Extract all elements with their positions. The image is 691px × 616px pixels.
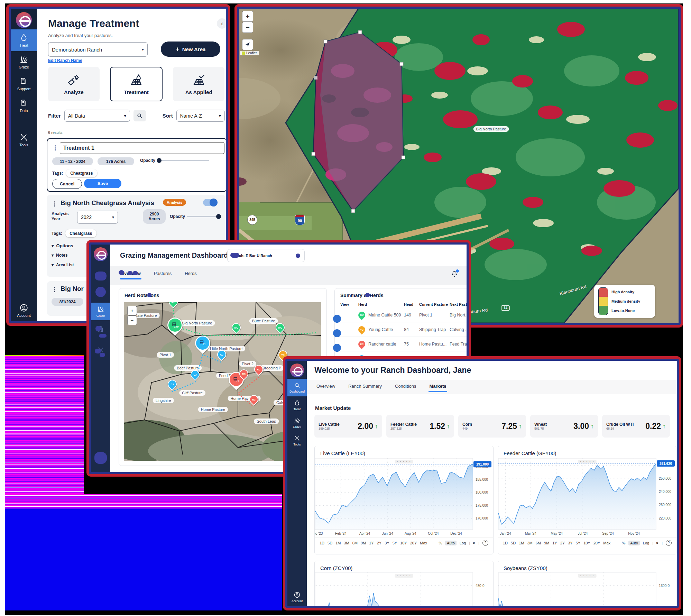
range-button-3m[interactable]: 3M: [527, 541, 532, 545]
chart-drag-handle[interactable]: • • • • •: [578, 574, 597, 578]
market-card-live-cattle[interactable]: Live Cattle189.0252.00↑: [314, 415, 382, 438]
treatment-name-input[interactable]: [60, 142, 224, 154]
options-collapse[interactable]: ▾Options: [52, 243, 73, 248]
opacity-slider[interactable]: Opacity: [170, 214, 220, 219]
edit-ranch-name-link[interactable]: Edit Ranch Name: [48, 58, 82, 63]
range-button-1m[interactable]: 1M: [335, 541, 341, 545]
range-button-3m[interactable]: 3M: [344, 541, 349, 545]
opacity-slider[interactable]: Opacity: [140, 158, 209, 163]
tab-pastures[interactable]: Pastures: [153, 268, 172, 279]
tab-conditions[interactable]: Conditions: [394, 381, 417, 392]
log-scale-button[interactable]: Log: [460, 541, 466, 545]
market-card-crude-oil-wti[interactable]: Crude Oil WTI68.590.22↑: [602, 415, 670, 438]
sidebar-item-graze[interactable]: Graze: [91, 303, 110, 320]
kebab-menu-icon[interactable]: ⋮: [52, 144, 58, 151]
obscured-sidebar-item[interactable]: [95, 325, 107, 340]
range-button-5y[interactable]: 5Y: [393, 541, 397, 545]
ranch-pill[interactable]: Ranch: E Bar U Ranch: [227, 249, 305, 262]
price-chart[interactable]: 170.000175.000180.000185.000190.000Dec '…: [315, 458, 493, 537]
brand-logo[interactable]: [94, 247, 108, 261]
collapse-panel-button[interactable]: ‹: [217, 18, 227, 29]
market-card-corn[interactable]: Corn4497.25↑: [458, 415, 526, 438]
range-button-1d[interactable]: 1D: [503, 541, 508, 545]
auto-scale-button[interactable]: Auto: [445, 541, 457, 545]
layer-toggle[interactable]: [203, 199, 217, 206]
range-button-1y[interactable]: 1Y: [552, 541, 557, 545]
sidebar-item-account[interactable]: Account: [287, 588, 307, 606]
range-button-5d[interactable]: 5D: [328, 541, 332, 545]
sidebar-item-data[interactable]: Data: [11, 95, 37, 117]
range-button-2y[interactable]: 2Y: [377, 541, 381, 545]
range-button-3y[interactable]: 3Y: [568, 541, 572, 545]
sidebar-item-tools[interactable]: Tools: [11, 129, 37, 151]
sort-select[interactable]: Name A-Z▾: [176, 110, 225, 122]
range-button-10y[interactable]: 10Y: [583, 541, 590, 545]
herd-name[interactable]: Young Cattle: [368, 327, 393, 332]
new-area-button[interactable]: +New Area: [161, 42, 220, 57]
obscured-sidebar-icon[interactable]: [95, 272, 107, 281]
range-button-6m[interactable]: 6M: [536, 541, 541, 545]
brand-logo[interactable]: [290, 364, 304, 377]
herd-map-zoom-out[interactable]: −: [127, 315, 137, 325]
percent-button[interactable]: %: [622, 541, 625, 545]
tab-markets[interactable]: Markets: [429, 381, 447, 392]
herd-name[interactable]: Maine Cattle 509: [368, 313, 401, 318]
mode-as-applied[interactable]: As Applied: [173, 67, 224, 101]
cancel-button[interactable]: Cancel: [52, 179, 82, 189]
map-locate-button[interactable]: [242, 39, 253, 50]
range-button-10y[interactable]: 10Y: [400, 541, 407, 545]
analysis-year-select[interactable]: 2022▾: [77, 211, 118, 224]
slider-thumb[interactable]: [157, 158, 162, 163]
leaflet-attribution[interactable]: Leaflet: [240, 51, 259, 55]
sidebar-item-dashboard[interactable]: Dashboard: [287, 379, 307, 396]
obscured-sidebar-icon[interactable]: [95, 287, 106, 297]
save-button[interactable]: Save: [84, 179, 121, 188]
range-button-max[interactable]: Max: [603, 541, 610, 545]
expand-icon[interactable]: »: [472, 542, 476, 544]
mode-analyze[interactable]: Analyze: [48, 67, 100, 101]
price-chart[interactable]: 220.000230.000240.000250.000260.000Jan '…: [498, 458, 676, 537]
range-button-5d[interactable]: 5D: [511, 541, 516, 545]
range-button-1y[interactable]: 1Y: [369, 541, 374, 545]
notes-collapse[interactable]: ▾Notes: [52, 253, 67, 258]
price-chart[interactable]: 1300-0: [498, 572, 676, 608]
market-card-wheat[interactable]: Wheat561.753.00↑: [530, 415, 598, 438]
expand-icon[interactable]: »: [655, 542, 660, 544]
ranch-select[interactable]: Demonstration Ranch▾: [48, 42, 148, 57]
range-button-3y[interactable]: 3Y: [385, 541, 389, 545]
range-button-1m[interactable]: 1M: [519, 541, 524, 545]
range-button-5y[interactable]: 5Y: [576, 541, 580, 545]
mode-treatment[interactable]: Treatment: [110, 67, 163, 101]
map-zoom-in-button[interactable]: +: [242, 11, 253, 22]
sidebar-item-account[interactable]: Account: [11, 300, 37, 321]
herd-name[interactable]: Rancher cattle: [368, 342, 396, 347]
help-icon[interactable]: ?: [482, 540, 488, 546]
range-button-1d[interactable]: 1D: [320, 541, 324, 545]
log-scale-button[interactable]: Log: [643, 541, 649, 545]
sidebar-item-treat[interactable]: Treat: [287, 396, 307, 414]
sidebar-item-support[interactable]: Support: [11, 73, 37, 95]
obscured-sidebar-icon[interactable]: [94, 452, 107, 464]
help-icon[interactable]: ?: [666, 540, 672, 546]
slider-thumb[interactable]: [216, 214, 221, 219]
auto-scale-button[interactable]: Auto: [628, 541, 640, 545]
sidebar-item-treat[interactable]: Treat: [11, 29, 37, 51]
chart-drag-handle[interactable]: • • • • •: [578, 460, 597, 463]
percent-button[interactable]: %: [439, 541, 442, 545]
kebab-menu-icon[interactable]: ⋮: [52, 286, 57, 293]
brand-logo[interactable]: [16, 12, 32, 28]
range-button-6m[interactable]: 6M: [352, 541, 358, 545]
range-button-max[interactable]: Max: [420, 541, 427, 545]
range-button-2y[interactable]: 2Y: [560, 541, 565, 545]
tab-overview[interactable]: Overview: [316, 381, 336, 392]
range-button-9m[interactable]: 9M: [544, 541, 549, 545]
kebab-menu-icon[interactable]: ⋮: [52, 200, 57, 208]
range-button-20y[interactable]: 20Y: [410, 541, 417, 545]
price-chart[interactable]: 480-0: [315, 572, 493, 608]
sidebar-item-graze[interactable]: Graze: [287, 414, 307, 432]
market-card-feeder-cattle[interactable]: Feeder Cattle257.3251.52↑: [386, 415, 454, 438]
range-button-9m[interactable]: 9M: [361, 541, 366, 545]
obscured-sidebar-item[interactable]: [95, 346, 107, 360]
area-list-collapse[interactable]: ▾Area List: [52, 263, 74, 267]
sidebar-item-graze[interactable]: Graze: [11, 51, 37, 73]
